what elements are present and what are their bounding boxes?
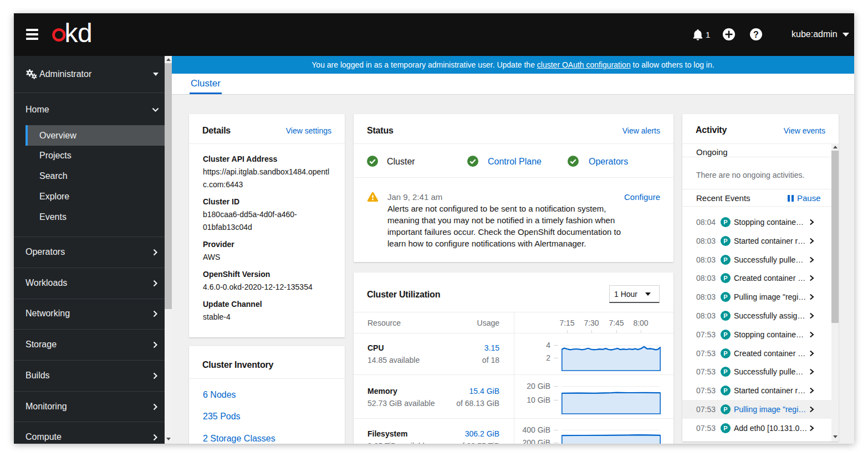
svg-text:?: ? <box>753 30 759 39</box>
svg-text:kd: kd <box>65 18 93 48</box>
